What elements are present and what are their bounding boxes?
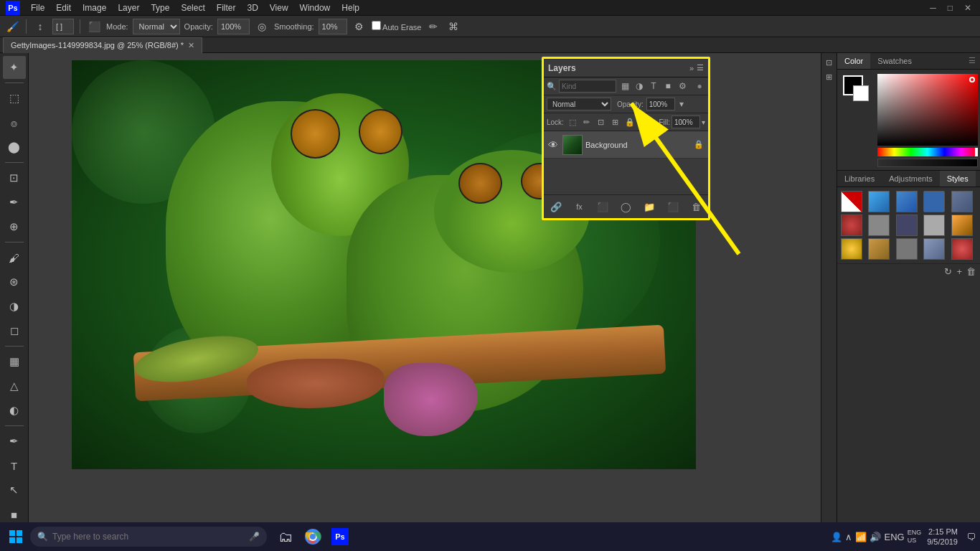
healing-tool[interactable]: ⊕ [3, 215, 26, 238]
quick-select-tool[interactable]: ⬤ [3, 136, 26, 159]
document-tab[interactable]: GettyImages-1149999834.jpg @ 25% (RGB/8#… [3, 37, 202, 53]
style-swatch-6[interactable] [868, 215, 890, 236]
pen-tool[interactable]: ✒ [3, 430, 26, 453]
move-tool[interactable]: ✦ [3, 56, 26, 79]
style-swatch-12[interactable] [896, 238, 918, 260]
tab-libraries[interactable]: Libraries [837, 171, 882, 187]
styles-delete-icon[interactable]: 🗑 [966, 266, 976, 277]
microphone-icon[interactable]: 🎤 [249, 532, 260, 542]
style-swatch-5[interactable] [841, 215, 862, 236]
fill-input[interactable] [672, 116, 700, 128]
background-color-box[interactable] [853, 85, 869, 101]
search-input[interactable] [52, 532, 245, 542]
notification-button[interactable]: 🗨 [966, 532, 976, 542]
volume-icon[interactable]: 🔊 [870, 532, 881, 542]
taskbar-file-explorer[interactable]: 🗂 [273, 524, 298, 550]
history-brush[interactable]: ◑ [3, 295, 26, 318]
style-swatch-7[interactable] [896, 215, 918, 236]
dodge-tool[interactable]: ◐ [3, 399, 26, 422]
filter-toggle[interactable]: ● [693, 80, 706, 93]
add-mask-button[interactable]: ⬛ [595, 199, 611, 215]
styles-add-icon[interactable]: + [956, 266, 962, 277]
menu-window[interactable]: Window [295, 1, 336, 14]
style-swatch-8[interactable] [923, 215, 945, 236]
style-swatch-11[interactable] [868, 238, 890, 260]
panel-menu-btn[interactable]: ☰ [697, 63, 704, 72]
menu-type[interactable]: Type [146, 1, 174, 14]
delete-layer-button[interactable]: 🗑 [688, 199, 704, 215]
new-group-button[interactable]: 📁 [641, 199, 657, 215]
lock-transparent-icon[interactable]: ⬚ [566, 116, 579, 128]
blend-mode-select[interactable]: Normal [547, 98, 611, 110]
menu-3d[interactable]: 3D [242, 1, 263, 14]
pressure-icon[interactable]: ◎ [254, 19, 270, 34]
new-adjustment-button[interactable]: ◯ [618, 199, 634, 215]
style-swatch-9[interactable] [951, 215, 973, 236]
alpha-slider[interactable] [877, 159, 978, 167]
start-button[interactable] [4, 525, 27, 548]
panel-forward-btn[interactable]: » [689, 64, 694, 72]
lock-paint-icon[interactable]: ✏ [580, 116, 593, 128]
style-swatch-3[interactable] [923, 191, 945, 212]
user-icon[interactable]: 👤 [831, 532, 842, 542]
style-swatch-14[interactable] [951, 238, 973, 260]
menu-filter[interactable]: Filter [212, 1, 241, 14]
style-swatch-10[interactable] [841, 238, 862, 260]
menu-help[interactable]: Help [336, 1, 364, 14]
brush-tool[interactable]: 🖌 [3, 246, 26, 269]
menu-select[interactable]: Select [176, 1, 209, 14]
clone-tool[interactable]: ⊛ [3, 270, 26, 293]
maximize-button[interactable]: □ [945, 3, 956, 13]
style-swatch-4[interactable] [951, 191, 973, 212]
filter-smart-icon[interactable]: ⚙ [676, 80, 689, 93]
filter-pixel-icon[interactable]: ▦ [618, 80, 631, 93]
menu-file[interactable]: File [26, 1, 50, 14]
network-icon[interactable]: 📶 [855, 532, 867, 542]
taskbar-photoshop[interactable]: Ps [327, 524, 353, 550]
minimize-button[interactable]: ─ [927, 3, 939, 13]
blur-tool[interactable]: △ [3, 375, 26, 397]
layer-item-background[interactable]: 👁 Background 🔒 [544, 131, 708, 159]
lock-move-icon[interactable]: ⊞ [609, 116, 622, 128]
menu-layer[interactable]: Layer [113, 1, 144, 14]
style-none[interactable] [841, 191, 862, 212]
tab-adjustments[interactable]: Adjustments [882, 171, 940, 187]
gradient-tool[interactable]: ▦ [3, 350, 26, 373]
opacity-dropdown-icon[interactable]: ▾ [679, 99, 684, 109]
eyedropper-tool[interactable]: ✒ [3, 191, 26, 214]
style-swatch-1[interactable] [868, 191, 890, 212]
style-swatch-13[interactable] [923, 238, 945, 260]
filter-shape-icon[interactable]: ■ [661, 80, 674, 93]
layer-kind-filter[interactable] [559, 80, 616, 93]
gear-icon[interactable]: ⚙ [352, 19, 367, 34]
new-layer-button[interactable]: ⬛ [665, 199, 681, 215]
opacity-input[interactable] [646, 98, 675, 110]
up-arrow-icon[interactable]: ∧ [845, 532, 852, 542]
pen-tool-icon[interactable]: ✏ [425, 19, 441, 34]
menu-image[interactable]: Image [77, 1, 111, 14]
hue-slider[interactable] [877, 148, 978, 156]
float-btn-2[interactable]: ⊞ [823, 70, 836, 83]
filter-type-icon[interactable]: T [647, 80, 660, 93]
color-gradient[interactable] [877, 74, 978, 146]
taskbar-search[interactable]: 🔍 🎤 [30, 527, 267, 547]
layer-fx-button[interactable]: fx [572, 199, 588, 215]
marquee-tool[interactable]: ⬚ [3, 87, 26, 110]
type-tool[interactable]: T [3, 454, 26, 477]
filter-adj-icon[interactable]: ◑ [633, 80, 646, 93]
float-btn-1[interactable]: ⊡ [823, 56, 836, 69]
symmetry-icon[interactable]: ⌘ [446, 19, 461, 34]
system-clock[interactable]: 2:15 PM 9/5/2019 [927, 527, 958, 547]
auto-erase-checkbox[interactable] [372, 21, 381, 30]
eraser-tool[interactable]: ◻ [3, 319, 26, 342]
adj-panel-menu[interactable]: ☰ [976, 171, 980, 187]
opacity-input[interactable] [217, 19, 250, 34]
menu-view[interactable]: View [265, 1, 293, 14]
color-panel-menu[interactable]: ☰ [964, 53, 980, 69]
close-button[interactable]: ✕ [961, 3, 974, 13]
tab-styles[interactable]: Styles [940, 171, 976, 187]
layer-visibility-toggle[interactable]: 👁 [548, 139, 560, 151]
tab-swatches[interactable]: Swatches [870, 53, 919, 69]
crop-tool[interactable]: ⊡ [3, 166, 26, 189]
lasso-tool[interactable]: ⌾ [3, 111, 26, 134]
